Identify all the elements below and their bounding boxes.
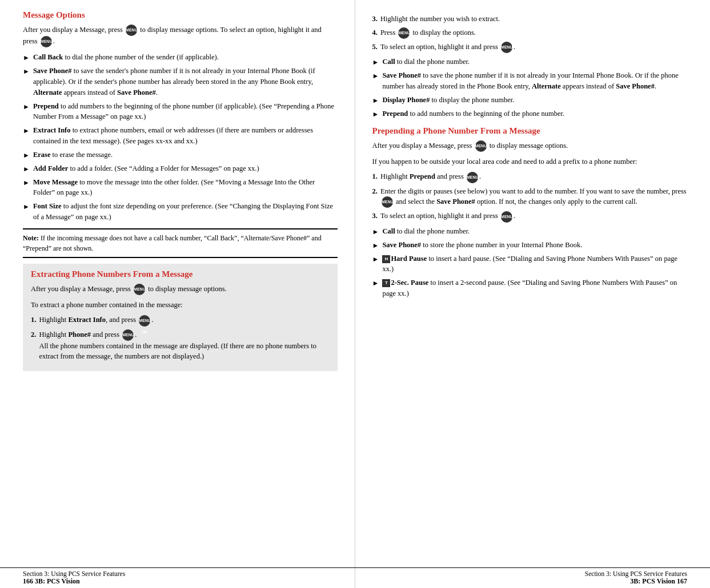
list-item: ► Extract Info to extract phone numbers,…	[23, 125, 338, 147]
list-item: ► Save Phone# to save the sender's phone…	[23, 66, 338, 98]
footer-right: Section 3: Using PCS Service Features 3B…	[585, 570, 687, 586]
step-num: 1.	[31, 315, 36, 325]
step-num: 3.	[372, 14, 378, 25]
bullet-arrow: ►	[23, 53, 30, 63]
prepend-intro: After you display a Message, press MENUO…	[372, 140, 688, 152]
bullet-arrow: ►	[372, 57, 379, 67]
bullet-arrow: ►	[372, 71, 379, 81]
step-num: 5.	[372, 42, 378, 53]
two-sec-icon: T	[382, 279, 390, 287]
list-item: 3. Highlight the number you wish to extr…	[372, 14, 688, 25]
menu-icon-5: MENUOK	[122, 329, 134, 341]
step-num: 3.	[372, 211, 378, 221]
left-section-title: Message Options	[23, 10, 338, 20]
term: Display Phone#	[382, 96, 430, 104]
list-item: ► T2-Sec. Pause to insert a 2-second pau…	[372, 277, 688, 299]
list-item: ► Add Folder to add a folder. (See “Addi…	[23, 163, 338, 174]
term: Hard Pause	[391, 255, 427, 263]
term: Prepend	[33, 102, 59, 110]
list-item: ► Save Phone# to store the phone number …	[372, 240, 688, 251]
term-alt: Alternate	[33, 88, 62, 96]
term-alt: Alternate	[532, 82, 561, 90]
menu-icon-10: MENUOK	[382, 196, 393, 208]
menu-icon-9: MENUOK	[467, 172, 478, 183]
list-item: 2. Enter the digits or pauses (see below…	[372, 186, 688, 208]
list-item: ► Display Phone# to display the phone nu…	[372, 95, 688, 106]
list-item: ► Save Phone# to save the phone number i…	[372, 70, 688, 92]
menu-icon-1: MENUOK	[126, 25, 137, 36]
extracting-intro: After you display a Message, press MENUO…	[31, 284, 330, 295]
left-column: Message Options After you display a Mess…	[0, 0, 355, 588]
list-item: ► Font Size to adjust the font size depe…	[23, 201, 338, 223]
menu-icon-3: MENUOK	[134, 284, 145, 295]
bullet-arrow: ►	[23, 150, 30, 160]
step-num: 1.	[372, 171, 378, 182]
term: Erase	[33, 151, 51, 159]
term: Add Folder	[33, 164, 68, 172]
bullet-arrow: ►	[372, 278, 379, 288]
prepend-steps: 1. Highlight Prepend and press MENUOK. 2…	[372, 171, 688, 222]
bullet-arrow: ►	[372, 254, 379, 264]
footer-left: Section 3: Using PCS Service Features 16…	[23, 570, 125, 586]
term: Move Message	[33, 178, 78, 186]
list-item: 1. Highlight Extract Info, and press MEN…	[31, 315, 330, 326]
list-item: 5. To select an option, highlight it and…	[372, 42, 688, 53]
left-intro: After you display a Message, press MENUO…	[23, 25, 338, 47]
bullet-arrow: ►	[23, 102, 30, 112]
list-item: ► Prepend to add numbers to the beginnin…	[23, 101, 338, 123]
menu-icon-4: MENUOK	[139, 315, 150, 327]
term: Call	[382, 227, 395, 235]
extracting-title: Extracting Phone Numbers From a Message	[31, 269, 330, 279]
footer-left-page: 166 3B: PCS Vision	[23, 577, 125, 586]
left-bullet-list: ► Call Back to dial the phone number of …	[23, 52, 338, 222]
menu-icon-6: MENUOK	[398, 27, 410, 39]
hard-pause-icon: H	[382, 255, 390, 263]
step-num: 2.	[31, 329, 36, 340]
list-item: 2. Highlight Phone# and press MENUOK. Al…	[31, 329, 330, 363]
right-column: 3. Highlight the number you wish to extr…	[355, 0, 711, 588]
prepend-title: Prepending a Phone Number From a Message	[372, 126, 688, 136]
term: Save Phone#	[436, 198, 475, 206]
list-item: ► Call Back to dial the phone number of …	[23, 52, 338, 63]
term: Extract Info	[33, 126, 71, 134]
right-bullet-list-2: ► Call to dial the phone number. ► Save …	[372, 226, 688, 299]
list-item: 3. To select an option, highlight it and…	[372, 211, 688, 222]
extracting-steps: 1. Highlight Extract Info, and press MEN…	[31, 315, 330, 362]
list-item: ► Move Message to move the message into …	[23, 177, 338, 199]
list-item: ► Prepend to add numbers to the beginnin…	[372, 108, 688, 119]
term-save: Save Phone#	[117, 88, 156, 96]
extracting-para: To extract a phone number contained in t…	[31, 300, 330, 311]
list-item: 1. Highlight Prepend and press MENUOK.	[372, 171, 688, 183]
bullet-arrow: ►	[23, 178, 30, 188]
bullet-arrow: ►	[23, 66, 30, 76]
prepend-para: If you happen to be outside your local a…	[372, 156, 688, 167]
menu-icon-11: MENUOK	[501, 211, 512, 223]
term: Save Phone#	[382, 241, 421, 249]
list-item: ► Call to dial the phone number.	[372, 57, 688, 67]
bullet-arrow: ►	[23, 164, 30, 174]
note-label: Note:	[23, 234, 39, 242]
term: Save Phone#	[382, 71, 421, 79]
menu-icon-2: MENUOK	[41, 36, 52, 47]
term: Call Back	[33, 53, 63, 61]
bullet-arrow: ►	[372, 240, 379, 251]
bullet-arrow: ►	[372, 227, 379, 237]
menu-icon-7: MENUOK	[501, 42, 512, 53]
list-item: ► HHard Pause to insert a hard pause. (S…	[372, 253, 688, 275]
term: 2-Sec. Pause	[391, 279, 428, 287]
list-item: ► Call to dial the phone number.	[372, 226, 688, 237]
right-bullet-list-1: ► Call to dial the phone number. ► Save …	[372, 57, 688, 119]
term: Phone#	[68, 331, 91, 339]
list-item: 4. Press MENUOK to display the options.	[372, 27, 688, 39]
term: Call	[382, 58, 395, 66]
bullet-arrow: ►	[23, 202, 30, 212]
footer-right-section: Section 3: Using PCS Service Features	[585, 570, 687, 577]
term: Font Size	[33, 202, 62, 210]
term-save: Save Phone#	[616, 82, 655, 90]
term: Prepend	[382, 110, 408, 118]
footer-left-section: Section 3: Using PCS Service Features	[23, 570, 125, 577]
list-item: ► Erase to erase the message.	[23, 150, 338, 160]
bullet-arrow: ►	[372, 109, 379, 119]
step-num: 2.	[372, 186, 378, 197]
footer-right-page: 3B: PCS Vision 167	[585, 577, 687, 586]
